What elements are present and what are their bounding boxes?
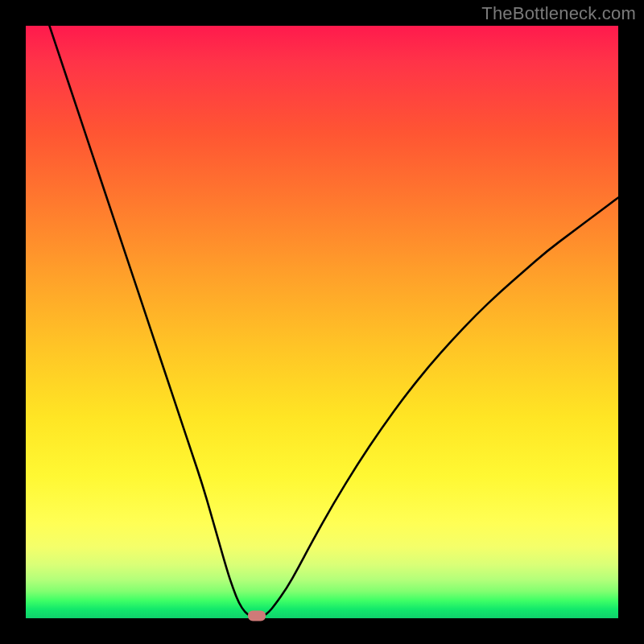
chart-frame: TheBottleneck.com bbox=[0, 0, 644, 644]
watermark-text: TheBottleneck.com bbox=[481, 3, 636, 24]
minimum-marker bbox=[248, 611, 266, 621]
bottleneck-curve bbox=[49, 26, 618, 617]
curve-svg bbox=[26, 26, 618, 618]
plot-area bbox=[26, 26, 618, 618]
